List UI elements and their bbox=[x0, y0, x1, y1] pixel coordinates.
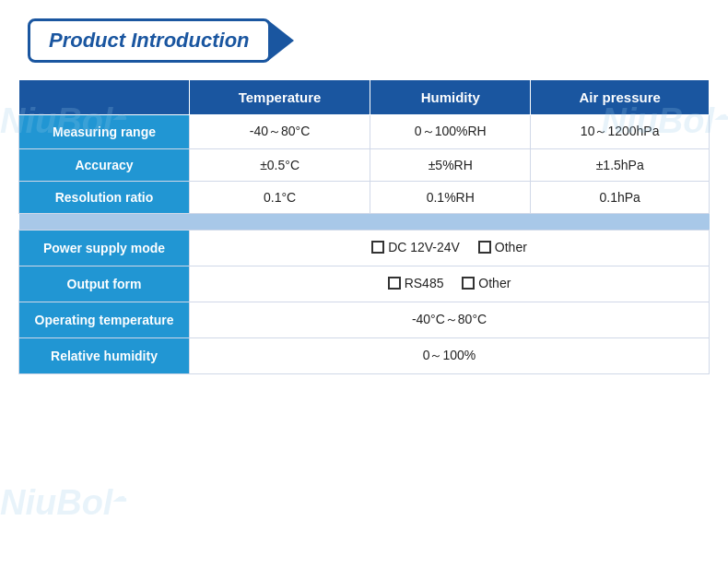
label-output: Output form bbox=[19, 266, 190, 302]
table-row-power-supply: Power supply mode DC 12V-24V Other bbox=[19, 231, 710, 266]
title-section: Product Introduction bbox=[18, 18, 710, 63]
checkbox-other-power: Other bbox=[478, 240, 527, 254]
header-temperature: Temperature bbox=[190, 80, 370, 115]
checkbox-other-output-icon bbox=[462, 277, 475, 290]
label-measuring-range: Measuring range bbox=[19, 115, 190, 149]
table-header-row: Temperature Humidity Air pressure bbox=[19, 80, 710, 115]
page-title: Product Introduction bbox=[49, 29, 250, 53]
rel-humidity-value: 0～100% bbox=[190, 338, 710, 374]
other-output-label: Other bbox=[478, 276, 511, 290]
table-row-output: Output form RS485 Other bbox=[19, 266, 710, 302]
measuring-pressure: 10～1200hPa bbox=[531, 115, 710, 149]
rs485-label: RS485 bbox=[405, 276, 444, 290]
label-op-temp: Operating temperature bbox=[19, 302, 190, 338]
product-table: Temperature Humidity Air pressure Measur… bbox=[18, 79, 710, 374]
measuring-humidity: 0～100%RH bbox=[370, 115, 531, 149]
table-row-measuring: Measuring range -40～80°C 0～100%RH 10～120… bbox=[19, 115, 710, 149]
accuracy-humidity: ±5%RH bbox=[370, 149, 531, 182]
resolution-temp: 0.1°C bbox=[190, 182, 370, 214]
title-arrow-decoration bbox=[268, 20, 294, 61]
table-row-accuracy: Accuracy ±0.5°C ±5%RH ±1.5hPa bbox=[19, 149, 710, 182]
accuracy-pressure: ±1.5hPa bbox=[531, 149, 710, 182]
label-power-supply: Power supply mode bbox=[19, 231, 190, 266]
checkbox-rs485-icon bbox=[388, 277, 401, 290]
checkbox-other-power-icon bbox=[478, 241, 491, 254]
output-value: RS485 Other bbox=[190, 266, 710, 302]
spacer-row bbox=[19, 214, 710, 231]
header-humidity: Humidity bbox=[370, 80, 531, 115]
header-pressure: Air pressure bbox=[531, 80, 710, 115]
watermark-bottom-left: NiuBol☁ bbox=[0, 474, 126, 525]
checkbox-other-output: Other bbox=[462, 276, 511, 290]
label-accuracy: Accuracy bbox=[19, 149, 190, 182]
dc-label: DC 12V-24V bbox=[388, 240, 460, 254]
accuracy-temp: ±0.5°C bbox=[190, 149, 370, 182]
title-box: Product Introduction bbox=[28, 18, 271, 63]
header-blank bbox=[19, 80, 190, 115]
page-wrapper: NiuBol☁ NiuBol☁ NiuBol☁ Product Introduc… bbox=[0, 0, 728, 580]
measuring-temp: -40～80°C bbox=[190, 115, 370, 149]
resolution-humidity: 0.1%RH bbox=[370, 182, 531, 214]
checkbox-dc: DC 12V-24V bbox=[371, 240, 460, 254]
power-supply-value: DC 12V-24V Other bbox=[190, 231, 710, 266]
op-temp-value: -40°C～80°C bbox=[190, 302, 710, 338]
checkbox-rs485: RS485 bbox=[388, 276, 444, 290]
table-row-resolution: Resolution ratio 0.1°C 0.1%RH 0.1hPa bbox=[19, 182, 710, 214]
spacer-cell bbox=[19, 214, 710, 231]
resolution-pressure: 0.1hPa bbox=[531, 182, 710, 214]
table-row-op-temp: Operating temperature -40°C～80°C bbox=[19, 302, 710, 338]
table-row-rel-humidity: Relative humidity 0～100% bbox=[19, 338, 710, 374]
label-resolution: Resolution ratio bbox=[19, 182, 190, 214]
other-power-label: Other bbox=[495, 240, 527, 254]
label-rel-humidity: Relative humidity bbox=[19, 338, 190, 374]
checkbox-dc-icon bbox=[371, 241, 384, 254]
